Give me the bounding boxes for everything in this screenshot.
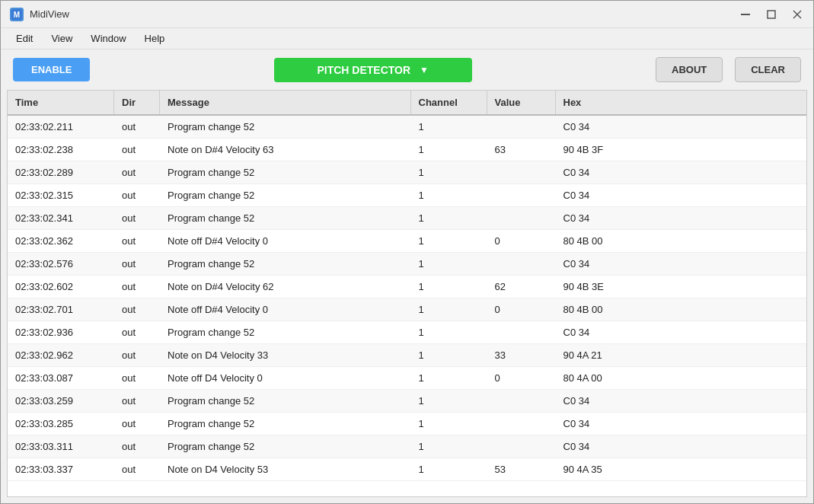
table-cell: Program change 52	[160, 116, 411, 138]
table-row[interactable]: 02:33:02.238outNote on D#4 Velocity 6316…	[8, 139, 806, 161]
table-row[interactable]: 02:33:02.211outProgram change 521C0 34	[8, 116, 806, 139]
table-cell: C0 34	[556, 184, 807, 206]
col-hex: Hex	[556, 91, 807, 114]
table-cell: 02:33:03.285	[8, 413, 114, 435]
table-cell: 1	[411, 367, 487, 389]
pitch-detector-dropdown-icon: ▼	[420, 65, 429, 75]
table-cell: 02:33:02.238	[8, 139, 114, 161]
table-cell: 1	[411, 207, 487, 229]
minimize-button[interactable]	[739, 8, 752, 21]
table-cell: 90 4A 35	[556, 458, 807, 480]
table-cell: Program change 52	[160, 435, 411, 458]
table-row[interactable]: 02:33:02.362outNote off D#4 Velocity 010…	[8, 230, 806, 253]
table-row[interactable]: 02:33:03.259outProgram change 521C0 34	[8, 390, 806, 413]
menu-bar: Edit View Window Help	[1, 28, 813, 49]
table-cell: Program change 52	[160, 161, 411, 183]
table-cell: out	[114, 344, 160, 366]
table-cell: Note on D#4 Velocity 62	[160, 276, 411, 298]
table-cell: 53	[487, 458, 556, 480]
table-cell: out	[114, 298, 160, 321]
table-row[interactable]: 02:33:02.315outProgram change 521C0 34	[8, 184, 806, 207]
table-cell: 0	[487, 367, 556, 389]
about-button[interactable]: ABOUT	[656, 57, 723, 82]
table-row[interactable]: 02:33:02.936outProgram change 521C0 34	[8, 321, 806, 344]
table-cell	[487, 390, 556, 412]
title-bar: M MidiView	[1, 1, 813, 28]
pitch-detector-button[interactable]: PITCH DETECTOR ▼	[274, 58, 472, 82]
table-cell: Program change 52	[160, 207, 411, 229]
table-cell: C0 34	[556, 435, 807, 458]
table-row[interactable]: 02:33:02.341outProgram change 521C0 34	[8, 207, 806, 230]
table-cell: 02:33:03.337	[8, 458, 114, 480]
maximize-button[interactable]	[765, 8, 778, 21]
table-row[interactable]: 02:33:02.289outProgram change 521C0 34	[8, 161, 806, 184]
menu-view[interactable]: View	[42, 30, 81, 47]
table-cell: out	[114, 139, 160, 161]
table-cell: out	[114, 184, 160, 206]
table-cell: out	[114, 458, 160, 480]
table-body[interactable]: 02:33:02.211outProgram change 521C0 3402…	[8, 116, 806, 496]
table-cell	[487, 207, 556, 229]
table-cell: 02:33:02.701	[8, 298, 114, 321]
col-value: Value	[487, 91, 556, 114]
table-cell: 33	[487, 344, 556, 366]
table-cell: 0	[487, 230, 556, 252]
table-cell	[487, 435, 556, 458]
toolbar: ENABLE PITCH DETECTOR ▼ ABOUT CLEAR	[1, 49, 813, 90]
table-cell: 02:33:02.936	[8, 321, 114, 343]
table-cell: 02:33:02.289	[8, 161, 114, 183]
col-time: Time	[8, 91, 114, 114]
svg-rect-2	[741, 14, 750, 15]
table-cell: 1	[411, 161, 487, 183]
main-window: M MidiView Edit View Window Help	[0, 0, 814, 504]
table-cell: Note off D#4 Velocity 0	[160, 230, 411, 252]
col-message: Message	[160, 91, 411, 114]
table-cell: 1	[411, 253, 487, 275]
table-cell: C0 34	[556, 321, 807, 343]
table-cell: Note on D#4 Velocity 63	[160, 139, 411, 161]
table-cell	[487, 161, 556, 183]
table-row[interactable]: 02:33:03.285outProgram change 521C0 34	[8, 413, 806, 435]
enable-button[interactable]: ENABLE	[13, 58, 90, 81]
table-cell: out	[114, 207, 160, 229]
clear-button[interactable]: CLEAR	[735, 57, 801, 82]
table-cell: 1	[411, 344, 487, 366]
table-cell: 1	[411, 139, 487, 161]
table-cell: 63	[487, 139, 556, 161]
table-cell: 1	[411, 230, 487, 252]
table-cell: 0	[487, 298, 556, 321]
menu-window[interactable]: Window	[81, 30, 135, 47]
table-row[interactable]: 02:33:02.701outNote off D#4 Velocity 010…	[8, 298, 806, 321]
table-cell: 02:33:02.962	[8, 344, 114, 366]
table-cell	[487, 253, 556, 275]
table-cell: 80 4B 00	[556, 230, 807, 252]
table-cell: out	[114, 230, 160, 252]
table-cell: out	[114, 161, 160, 183]
table-cell: 02:33:03.311	[8, 435, 114, 458]
table-cell: 02:33:02.602	[8, 276, 114, 298]
table-cell: Program change 52	[160, 321, 411, 343]
table-cell: Note off D#4 Velocity 0	[160, 298, 411, 321]
table-cell: C0 34	[556, 161, 807, 183]
table-cell: out	[114, 390, 160, 412]
table-row[interactable]: 02:33:02.602outNote on D#4 Velocity 6216…	[8, 276, 806, 298]
table-row[interactable]: 02:33:02.962outNote on D4 Velocity 33133…	[8, 344, 806, 367]
table-row[interactable]: 02:33:03.087outNote off D4 Velocity 0108…	[8, 367, 806, 390]
table-row[interactable]: 02:33:03.311outProgram change 521C0 34	[8, 435, 806, 458]
menu-edit[interactable]: Edit	[7, 30, 42, 47]
title-bar-left: M MidiView	[10, 8, 69, 21]
svg-text:M: M	[14, 11, 20, 19]
table-cell: 1	[411, 435, 487, 458]
table-cell: 90 4A 21	[556, 344, 807, 366]
table-row[interactable]: 02:33:02.576outProgram change 521C0 34	[8, 253, 806, 276]
table-cell: 1	[411, 413, 487, 435]
table-row[interactable]: 02:33:03.337outNote on D4 Velocity 53153…	[8, 458, 806, 481]
table-cell: 02:33:02.362	[8, 230, 114, 252]
table-cell: Program change 52	[160, 390, 411, 412]
pitch-detector-label: PITCH DETECTOR	[317, 64, 410, 76]
table-cell: 02:33:02.341	[8, 207, 114, 229]
menu-help[interactable]: Help	[136, 30, 174, 47]
close-button[interactable]	[790, 8, 804, 21]
table-cell: 02:33:03.259	[8, 390, 114, 412]
table-cell: out	[114, 413, 160, 435]
